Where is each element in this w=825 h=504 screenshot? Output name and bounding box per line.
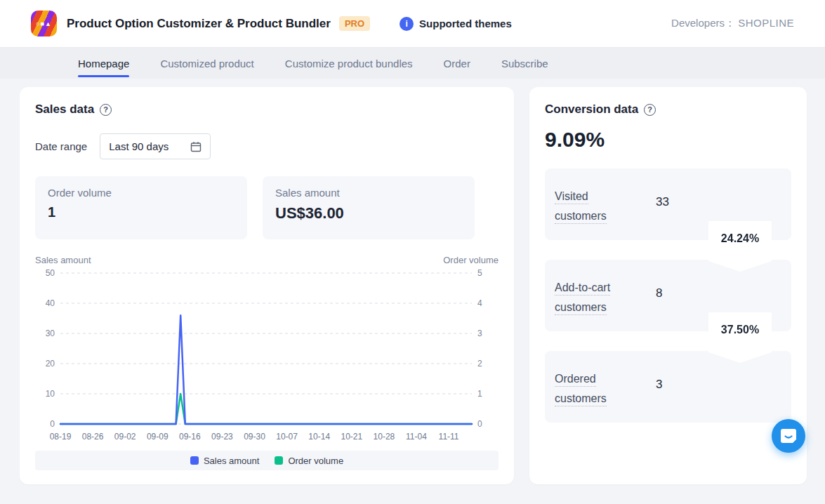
svg-text:09-09: 09-09 [147, 432, 169, 442]
developers-label: Developers： [671, 17, 735, 29]
sales-line-chart: 0010120230340450508-1908-2609-0209-0909-… [35, 267, 497, 444]
chat-bubble-icon [779, 427, 798, 445]
transition-rate-badge: 37.50% [708, 312, 772, 363]
svg-text:10: 10 [46, 389, 55, 399]
svg-text:09-23: 09-23 [211, 432, 233, 442]
tab-subscribe[interactable]: Subscribe [501, 48, 548, 79]
svg-text:10-14: 10-14 [308, 432, 330, 442]
stat-box: Order volume1 [35, 176, 247, 239]
funnel-step-value: 8 [656, 286, 662, 300]
date-range-select[interactable]: Last 90 days [100, 133, 211, 159]
svg-text:0: 0 [477, 419, 482, 429]
developers-info: Developers： SHOPLINE [671, 17, 794, 30]
date-range-value: Last 90 days [109, 140, 169, 152]
app-title: Product Option Customizer & Product Bund… [67, 17, 331, 31]
svg-text:1: 1 [477, 389, 482, 399]
tab-customized-product[interactable]: Customized product [160, 48, 253, 79]
svg-text:09-02: 09-02 [114, 432, 136, 442]
stat-value: US$36.00 [275, 204, 462, 223]
developers-value: SHOPLINE [738, 17, 794, 29]
calendar-icon [190, 141, 202, 152]
svg-text:11-11: 11-11 [439, 432, 459, 442]
svg-text:2: 2 [477, 359, 482, 369]
conversion-data-card: Conversion data ? 9.09% Visited customer… [529, 87, 807, 484]
funnel-step-label[interactable]: Ordered customers [555, 369, 639, 409]
app-header: ○■▲ Product Option Customizer & Product … [0, 0, 825, 48]
svg-text:08-19: 08-19 [50, 432, 72, 442]
sales-data-card: Sales data ? Date range Last 90 days Ord… [20, 87, 514, 484]
info-icon: i [400, 17, 414, 31]
stat-boxes: Order volume1Sales amountUS$36.00 [35, 176, 499, 239]
help-icon[interactable]: ? [644, 104, 656, 116]
overall-conversion-rate: 9.09% [545, 128, 791, 152]
left-axis-label: Sales amount [35, 255, 91, 265]
date-range-label: Date range [35, 140, 87, 152]
tab-order[interactable]: Order [444, 48, 470, 79]
svg-text:30: 30 [46, 329, 55, 338]
help-icon[interactable]: ? [100, 104, 112, 116]
stat-label: Order volume [48, 187, 235, 199]
main-content: Sales data ? Date range Last 90 days Ord… [0, 79, 825, 504]
pro-badge: PRO [339, 16, 370, 31]
tab-customize-product-bundles[interactable]: Customize product bundles [285, 48, 413, 79]
stat-value: 1 [48, 204, 235, 220]
funnel-steps: Visited customers33Add-to-cart customers… [545, 168, 791, 423]
sales-data-title: Sales data [35, 102, 94, 117]
legend-swatch [275, 456, 283, 465]
legend-swatch [190, 456, 199, 465]
app-logo-icon: ○■▲ [31, 11, 57, 37]
svg-text:10-07: 10-07 [276, 432, 298, 442]
funnel-step-row: Ordered customers3 [545, 351, 791, 423]
stat-label: Sales amount [275, 187, 462, 199]
svg-text:0: 0 [50, 419, 55, 429]
transition-rate-badge: 24.24% [708, 221, 772, 272]
svg-text:09-16: 09-16 [179, 432, 201, 442]
svg-text:10-28: 10-28 [374, 432, 395, 442]
legend-item[interactable]: Order volume [275, 456, 343, 466]
funnel-step-label[interactable]: Add-to-cart customers [555, 278, 639, 317]
svg-text:5: 5 [477, 268, 482, 278]
stat-box: Sales amountUS$36.00 [263, 176, 475, 239]
supported-themes-link[interactable]: Supported themes [419, 18, 512, 29]
svg-text:20: 20 [46, 359, 55, 369]
conversion-data-title: Conversion data [545, 102, 638, 117]
svg-text:10-21: 10-21 [341, 432, 362, 442]
svg-text:09-30: 09-30 [244, 432, 265, 442]
svg-text:08-26: 08-26 [82, 432, 104, 442]
svg-text:40: 40 [46, 298, 55, 308]
funnel-step-value: 33 [656, 195, 669, 209]
svg-text:4: 4 [477, 298, 482, 308]
svg-text:3: 3 [477, 329, 482, 338]
chart-legend: Sales amountOrder volume [35, 451, 499, 470]
svg-text:50: 50 [46, 268, 55, 278]
funnel-step-value: 3 [656, 378, 662, 392]
right-axis-label: Order volume [443, 255, 499, 265]
legend-item[interactable]: Sales amount [190, 456, 260, 466]
svg-text:11-04: 11-04 [406, 432, 427, 442]
chat-launcher-button[interactable] [772, 419, 805, 453]
funnel-step-label[interactable]: Visited customers [555, 187, 639, 226]
tab-bar: HomepageCustomized productCustomize prod… [0, 48, 825, 79]
tab-homepage[interactable]: Homepage [78, 48, 129, 79]
